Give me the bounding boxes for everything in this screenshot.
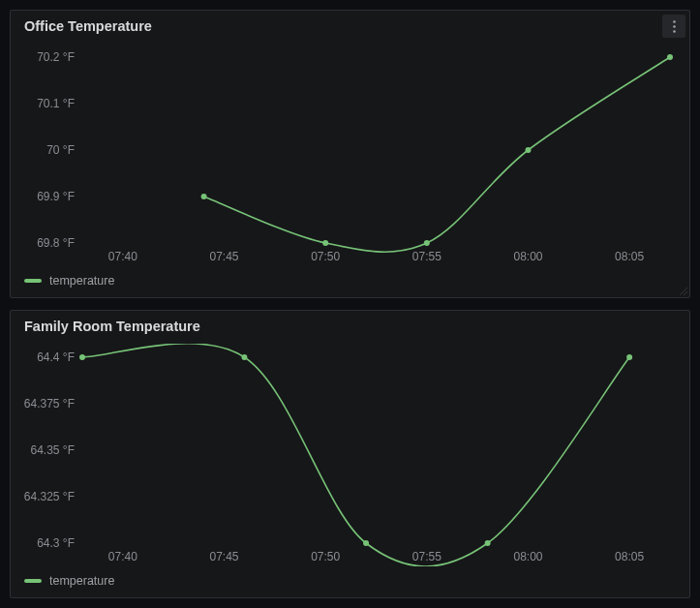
chart-panel-family-room: Family Room Temperature 64.3 °F64.325 °F… xyxy=(10,310,690,598)
legend-swatch xyxy=(24,279,42,283)
x-tick-label: 07:40 xyxy=(108,250,137,263)
y-tick-label: 64.3 °F xyxy=(37,536,75,550)
svg-point-0 xyxy=(673,20,676,23)
x-tick-label: 08:00 xyxy=(513,250,542,263)
resize-handle[interactable] xyxy=(680,288,687,295)
series-line xyxy=(82,344,629,566)
y-tick-label: 69.8 °F xyxy=(37,236,75,250)
svg-point-1 xyxy=(673,25,676,28)
chart-area[interactable]: 64.3 °F64.325 °F64.35 °F64.375 °F64.4 °F… xyxy=(11,334,689,570)
x-tick-label: 07:55 xyxy=(412,550,441,563)
x-tick-label: 08:00 xyxy=(513,550,542,563)
panel-header: Office Temperature xyxy=(11,11,689,34)
data-point[interactable] xyxy=(79,354,85,360)
legend-label[interactable]: temperature xyxy=(49,274,114,288)
x-tick-label: 07:45 xyxy=(210,250,239,263)
data-point[interactable] xyxy=(363,540,369,546)
y-tick-label: 70 °F xyxy=(46,143,75,157)
y-tick-label: 64.325 °F xyxy=(24,490,75,503)
x-tick-label: 07:50 xyxy=(311,550,340,563)
data-point[interactable] xyxy=(201,194,207,199)
panel-title[interactable]: Family Room Temperature xyxy=(24,319,200,334)
legend-swatch xyxy=(24,579,42,583)
data-point[interactable] xyxy=(424,240,430,246)
data-point[interactable] xyxy=(626,354,632,360)
y-tick-label: 70.1 °F xyxy=(37,97,75,110)
x-tick-label: 07:45 xyxy=(210,550,239,563)
legend-label[interactable]: temperature xyxy=(49,574,114,588)
data-point[interactable] xyxy=(667,54,673,60)
y-tick-label: 64.4 °F xyxy=(37,350,75,364)
x-tick-label: 07:50 xyxy=(311,250,340,263)
data-point[interactable] xyxy=(322,240,328,246)
x-tick-label: 08:05 xyxy=(615,250,644,263)
legend: temperature xyxy=(11,570,689,597)
data-point[interactable] xyxy=(525,147,531,153)
panel-title[interactable]: Office Temperature xyxy=(24,18,152,34)
data-point[interactable] xyxy=(485,540,491,546)
x-tick-label: 08:05 xyxy=(615,550,644,563)
y-tick-label: 70.2 °F xyxy=(37,50,75,64)
panel-header: Family Room Temperature xyxy=(11,311,689,334)
series-line xyxy=(204,57,670,252)
resize-icon xyxy=(680,288,687,295)
y-tick-label: 69.9 °F xyxy=(37,190,75,203)
chart-panel-office: Office Temperature 69.8 °F69.9 °F70 °F70… xyxy=(10,10,690,298)
chart-area[interactable]: 69.8 °F69.9 °F70 °F70.1 °F70.2 °F07:4007… xyxy=(11,34,689,270)
svg-point-2 xyxy=(673,30,676,33)
legend: temperature xyxy=(11,270,689,297)
kebab-icon xyxy=(673,20,676,33)
y-tick-label: 64.35 °F xyxy=(31,443,76,457)
x-tick-label: 07:55 xyxy=(412,250,441,263)
data-point[interactable] xyxy=(241,354,247,360)
y-tick-label: 64.375 °F xyxy=(24,397,75,410)
x-tick-label: 07:40 xyxy=(108,550,137,563)
